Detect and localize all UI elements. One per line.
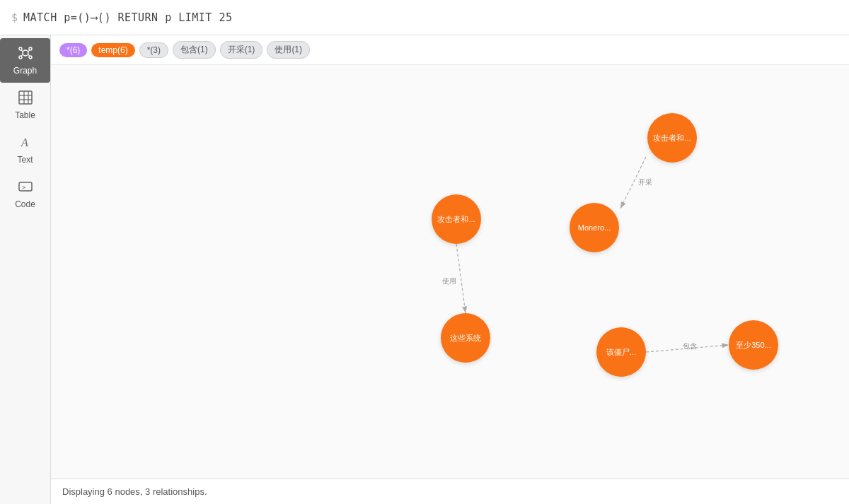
graph-canvas: 使用开采包含攻击者和...这些系统攻击者和...Monero...该僵尸...至… — [51, 65, 849, 479]
svg-line-20 — [646, 345, 729, 352]
sidebar-item-label-text: Text — [17, 155, 33, 165]
badge-temp[interactable]: temp(6) — [91, 43, 134, 57]
content-area: *(6)temp(6)*(3)包含(1)开采(1)使用(1) 使用开采包含攻击者… — [51, 35, 849, 504]
text-icon: A — [18, 134, 33, 152]
code-icon: >_ — [18, 179, 33, 197]
sidebar-item-label-graph: Graph — [13, 66, 37, 76]
status-bar: Displaying 6 nodes, 3 relationships. — [51, 479, 849, 504]
svg-point-0 — [23, 50, 28, 56]
svg-rect-9 — [19, 91, 32, 104]
badge-rel-all[interactable]: *(3) — [139, 42, 168, 58]
sidebar-item-label-code: Code — [15, 199, 35, 209]
edge-label-e3: 包含 — [683, 341, 697, 351]
sidebar: Graph Table A Text >_ Code — [0, 35, 51, 504]
node-n1[interactable]: 攻击者和... — [432, 194, 481, 244]
svg-point-1 — [19, 47, 22, 50]
node-n6[interactable]: 至少350... — [729, 320, 778, 370]
svg-point-2 — [29, 47, 32, 50]
sidebar-item-code[interactable]: >_ Code — [0, 172, 50, 216]
table-icon — [18, 90, 33, 107]
sidebar-item-text[interactable]: A Text — [0, 127, 50, 172]
sidebar-item-graph[interactable]: Graph — [0, 38, 50, 83]
svg-line-8 — [28, 54, 30, 56]
svg-text:A: A — [21, 136, 28, 148]
badge-rel-baoh[interactable]: 包含(1) — [173, 41, 216, 59]
node-n3[interactable]: 攻击者和... — [647, 113, 697, 163]
node-n5[interactable]: 该僵尸... — [596, 327, 646, 377]
svg-line-19 — [620, 157, 646, 209]
svg-line-5 — [21, 50, 23, 52]
badge-all-nodes[interactable]: *(6) — [59, 43, 87, 57]
badge-rel-shiyong[interactable]: 使用(1) — [267, 41, 310, 59]
sidebar-item-label-table: Table — [15, 110, 35, 120]
query-text: MATCH p=()⟶() RETURN p LIMIT 25 — [23, 11, 232, 24]
top-bar: $ MATCH p=()⟶() RETURN p LIMIT 25 — [0, 0, 849, 35]
badge-rel-kaicai[interactable]: 开采(1) — [220, 41, 263, 59]
edge-label-e1: 使用 — [442, 276, 456, 286]
node-n2[interactable]: 这些系统 — [441, 313, 490, 363]
svg-text:>_: >_ — [22, 184, 30, 191]
node-n4[interactable]: Monero... — [570, 203, 619, 252]
dollar-sign: $ — [11, 11, 18, 24]
svg-line-7 — [21, 54, 23, 56]
svg-line-6 — [28, 50, 30, 52]
edge-label-e2: 开采 — [638, 177, 652, 187]
graph-icon — [18, 45, 33, 63]
sidebar-item-table[interactable]: Table — [0, 83, 50, 127]
main-area: Graph Table A Text >_ Code *(6)temp(6)*(… — [0, 35, 849, 504]
svg-line-18 — [456, 244, 466, 313]
filter-bar: *(6)temp(6)*(3)包含(1)开采(1)使用(1) — [51, 35, 849, 65]
svg-point-3 — [19, 56, 22, 59]
status-text: Displaying 6 nodes, 3 relationships. — [62, 486, 207, 497]
svg-point-4 — [29, 56, 32, 59]
